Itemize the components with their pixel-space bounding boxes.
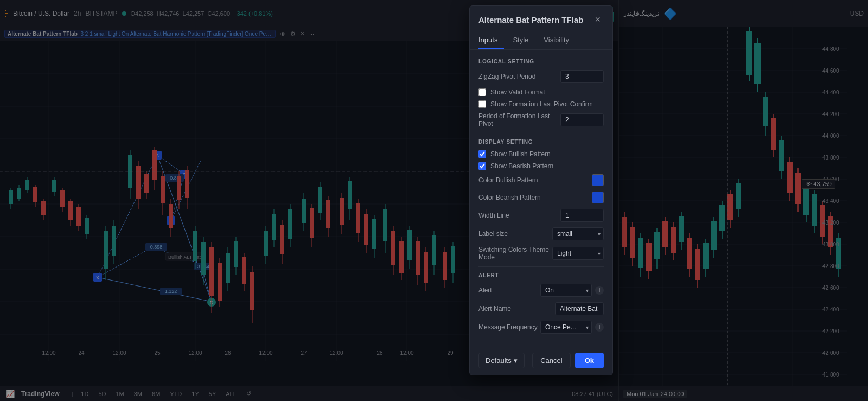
modal-tabs: Inputs Style Visibility [470,31,612,50]
section-divider-2 [478,266,604,267]
message-freq-wrapper: Once Pe... Per Bar Once [540,321,592,334]
modal-close-button[interactable]: × [591,14,604,26]
label-size-row: Label size small normal large tiny [478,227,604,240]
width-line-row: Width Line [478,209,604,222]
show-formation-checkbox[interactable] [478,100,486,108]
zigzag-input[interactable] [560,70,604,83]
message-freq-controls: Once Pe... Per Bar Once i [540,321,604,334]
footer-action-buttons: Cancel Ok [532,353,604,368]
label-size-label: Label size [478,230,552,238]
color-bearish-label: Color Bearish Pattern [478,194,592,201]
alert-select[interactable]: On Off [540,284,592,297]
color-bearish-swatch[interactable] [592,192,604,203]
alert-row: Alert On Off i [478,284,604,297]
show-bullish-row: Show Bullish Pattern [478,150,604,158]
alert-section-label: ALERT [478,272,604,278]
label-size-select[interactable]: small normal large tiny [552,227,604,240]
switching-select[interactable]: Light Dark Auto [552,247,604,260]
switching-wrapper: Light Dark Auto [552,247,604,260]
alert-select-wrapper: On Off [540,284,592,297]
modal-overlay[interactable]: Alternate Bat Pattern TFlab × Inputs Sty… [0,0,868,401]
show-bearish-checkbox[interactable] [478,162,486,170]
logical-section-label: LOGICAL SETTING [478,59,604,65]
period-label: Period of Formation Last Pivot [478,112,560,128]
show-formation-label: Show Formation Last Pivot Confirm [490,100,593,108]
show-bullish-checkbox[interactable] [478,150,486,158]
period-input[interactable] [560,113,604,126]
message-freq-select[interactable]: Once Pe... Per Bar Once [540,321,592,334]
modal-footer: Defaults ▾ Cancel Ok [470,346,612,375]
show-valid-format-row: Show Valid Format [478,88,604,96]
width-line-input[interactable] [560,209,604,222]
color-bearish-row: Color Bearish Pattern [478,192,604,203]
show-valid-format-checkbox[interactable] [478,88,486,96]
show-bearish-label: Show Bearish Pattern [490,162,553,170]
alert-controls: On Off i [540,284,604,297]
alert-name-row: Alert Name [478,302,604,315]
period-row: Period of Formation Last Pivot [478,112,604,128]
alert-name-input[interactable] [555,302,604,315]
tab-visibility[interactable]: Visibility [544,31,576,49]
tab-inputs[interactable]: Inputs [478,31,504,49]
show-valid-format-label: Show Valid Format [490,88,545,96]
section-divider-1 [478,133,604,133]
color-bullish-label: Color Bullish Pattern [478,176,592,184]
switching-row: Switching Colors Theme Mode Light Dark A… [478,246,604,261]
cancel-button[interactable]: Cancel [532,353,570,368]
label-size-wrapper: small normal large tiny [552,227,604,240]
modal-dialog: Alternate Bat Pattern TFlab × Inputs Sty… [469,5,613,375]
color-bullish-row: Color Bullish Pattern [478,174,604,186]
defaults-chevron-icon: ▾ [514,357,518,365]
message-freq-row: Message Frequency Once Pe... Per Bar Onc… [478,321,604,334]
show-bearish-row: Show Bearish Pattern [478,162,604,170]
display-section-label: DISPLAY SETTING [478,139,604,145]
zigzag-label: ZigZag Pivot Period [478,73,560,80]
switching-label: Switching Colors Theme Mode [478,246,552,261]
modal-header: Alternate Bat Pattern TFlab × [470,6,612,31]
message-freq-info-icon[interactable]: i [595,323,604,332]
alert-info-icon[interactable]: i [595,286,604,295]
tab-style[interactable]: Style [513,31,535,49]
zigzag-row: ZigZag Pivot Period [478,70,604,83]
modal-title: Alternate Bat Pattern TFlab [478,15,583,24]
alert-label: Alert [478,287,540,294]
width-line-label: Width Line [478,212,560,219]
show-formation-row: Show Formation Last Pivot Confirm [478,100,604,108]
show-bullish-label: Show Bullish Pattern [490,150,551,158]
defaults-button[interactable]: Defaults ▾ [478,353,525,368]
ok-button[interactable]: Ok [575,353,604,368]
color-bullish-swatch[interactable] [592,174,604,186]
message-freq-label: Message Frequency [478,323,540,331]
modal-body: LOGICAL SETTING ZigZag Pivot Period Show… [470,50,612,346]
alert-name-label: Alert Name [478,305,555,313]
